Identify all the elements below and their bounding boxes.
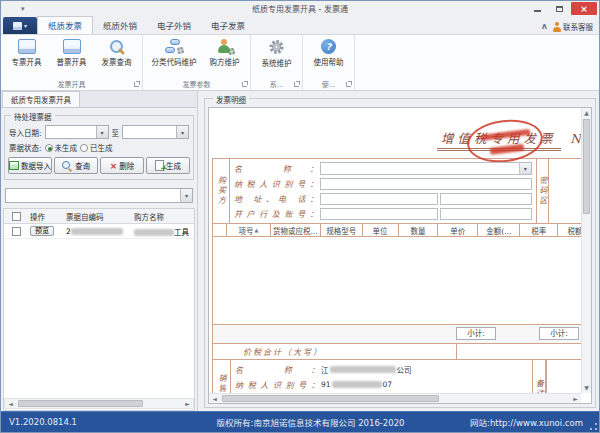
invoice-detail-panel: 发票明细 增值税专用发票 No 购买方 xyxy=(198,91,599,411)
header-tax-rate[interactable]: 税率 xyxy=(520,224,558,236)
row-checkbox[interactable] xyxy=(12,227,21,236)
category-code-maintenance-button[interactable]: 分类代码维护 xyxy=(146,37,202,77)
scrollbar-track[interactable] xyxy=(220,394,570,403)
scroll-left-icon[interactable]: ◄ xyxy=(5,400,16,407)
system-maintenance-button[interactable]: 系统维护 xyxy=(254,37,299,77)
header-action[interactable]: 操作 xyxy=(28,211,64,222)
search-icon xyxy=(62,161,73,171)
scrollbar-thumb[interactable] xyxy=(583,119,590,214)
scrollbar-track[interactable] xyxy=(582,118,591,383)
chevron-down-icon[interactable]: ▾ xyxy=(176,126,188,138)
maximize-button[interactable] xyxy=(549,2,570,15)
website-link[interactable]: 网站:http://www.xunoi.com xyxy=(470,416,599,428)
app-menu-icon xyxy=(13,22,22,30)
radio-not-generated[interactable]: 未生成 xyxy=(45,142,78,153)
header-buyer-name[interactable]: 购方名称 xyxy=(132,211,194,222)
dialog-launcher-icon[interactable] xyxy=(294,82,299,87)
header-amount[interactable]: 金额(... xyxy=(478,224,520,236)
contact-support-button[interactable]: 联系客服 xyxy=(553,21,593,32)
button-label: 普票开具 xyxy=(57,56,87,67)
import-date-from-select[interactable]: ▾ xyxy=(45,125,109,139)
tab-paper-special-invoice-issue[interactable]: 纸质专用发票开具 xyxy=(2,91,80,107)
cell-divider xyxy=(456,344,457,359)
buyer-name-combobox[interactable]: ▾ xyxy=(320,162,532,175)
buyer-address-label: 地 址、电 话： xyxy=(234,193,318,204)
ribbon-collapse-icon[interactable]: ᴧ xyxy=(542,22,547,31)
import-date-to-select[interactable]: ▾ xyxy=(122,125,189,139)
radio-icon xyxy=(80,144,88,152)
left-horizontal-scrollbar[interactable]: ◄ ► xyxy=(4,398,194,409)
items-table-body[interactable] xyxy=(212,237,592,325)
buyer-address-input[interactable] xyxy=(320,193,438,205)
document-icon xyxy=(18,39,36,54)
window-controls: × xyxy=(527,2,597,15)
query-button[interactable]: 查询 xyxy=(54,157,98,174)
scrollbar-track[interactable] xyxy=(16,399,182,408)
button-label: 发票查询 xyxy=(102,56,132,67)
button-label: 分类代码维护 xyxy=(152,56,197,67)
header-item-no[interactable]: 项号▲ xyxy=(227,224,271,236)
buyer-phone-input[interactable] xyxy=(440,193,532,205)
scroll-right-icon[interactable]: ► xyxy=(570,395,581,402)
invoice-query-button[interactable]: 发票查询 xyxy=(94,37,139,77)
chevron-down-icon[interactable]: ▾ xyxy=(180,189,192,202)
buyer-taxid-input[interactable] xyxy=(320,178,532,190)
buyer-account-input[interactable] xyxy=(440,208,532,220)
generate-button[interactable]: + 生成 xyxy=(146,157,190,174)
buyer-suffix: 工具 xyxy=(174,228,189,237)
ribbon-group-help: ? 使用帮助 使... xyxy=(303,35,355,90)
scroll-right-icon[interactable]: ► xyxy=(182,400,193,407)
radio-generated[interactable]: 已生成 xyxy=(80,142,113,153)
invoice-horizontal-scrollbar[interactable]: ◄ ► xyxy=(209,393,581,403)
app-menu-button[interactable]: ▾ xyxy=(3,17,37,34)
data-import-button[interactable]: 数据导入 xyxy=(8,157,52,174)
redacted-text xyxy=(134,229,174,236)
filter-combobox[interactable]: ▾ xyxy=(5,188,193,203)
delete-button[interactable]: × 删除 xyxy=(100,157,144,174)
ribbon-tab-strip: ▾ 纸质发票 纸质外销 电子外销 电子发票 ᴧ 联系客服 xyxy=(1,16,599,34)
tab-electronic-export[interactable]: 电子外销 xyxy=(147,17,201,34)
help-button[interactable]: ? 使用帮助 xyxy=(306,37,351,77)
scroll-up-icon[interactable]: ▲ xyxy=(582,108,591,118)
tickets-table-header: 操作 票据自编码 购方名称 xyxy=(4,209,194,224)
tab-electronic-invoice[interactable]: 电子发票 xyxy=(201,17,255,34)
header-goods[interactable]: 货物或应税... xyxy=(271,224,321,236)
tab-paper-export[interactable]: 纸质外销 xyxy=(93,17,147,34)
close-button[interactable]: × xyxy=(571,2,597,15)
button-label: 使用帮助 xyxy=(314,56,344,67)
button-label: 购方维护 xyxy=(210,56,240,67)
resize-grip[interactable] xyxy=(590,423,597,430)
scrollbar-thumb[interactable] xyxy=(18,400,143,407)
scroll-left-icon[interactable]: ◄ xyxy=(209,395,220,402)
document-icon xyxy=(63,39,81,54)
buyer-bank-input[interactable] xyxy=(320,208,438,220)
dialog-launcher-icon[interactable] xyxy=(346,82,351,87)
scroll-down-icon[interactable]: ▼ xyxy=(582,383,591,393)
header-unit-price[interactable]: 单价 xyxy=(438,224,478,236)
buyer-maintenance-button[interactable]: 购方维护 xyxy=(202,37,247,77)
header-quantity[interactable]: 数量 xyxy=(399,224,439,236)
redacted-text xyxy=(330,366,396,373)
seller-taxid-label: 纳税人识别号： xyxy=(235,379,319,390)
ordinary-invoice-issue-button[interactable]: 普票开具 xyxy=(49,37,94,77)
invoice-preview-viewport[interactable]: 增值税专用发票 No 购买方 名 称： ▾ xyxy=(208,107,592,404)
preview-button[interactable]: 预览 xyxy=(30,226,54,236)
tab-paper-invoice[interactable]: 纸质发票 xyxy=(37,16,93,34)
invoice-vertical-scrollbar[interactable]: ▲ ▼ xyxy=(581,108,591,393)
scrollbar-thumb[interactable] xyxy=(222,395,439,402)
button-label: 生成 xyxy=(166,160,181,171)
special-invoice-issue-button[interactable]: 专票开具 xyxy=(4,37,49,77)
header-spec[interactable]: 规格型号 xyxy=(321,224,363,236)
header-unit[interactable]: 单位 xyxy=(363,224,399,236)
table-row[interactable]: 预览 2 工具 xyxy=(4,224,194,239)
dialog-launcher-icon[interactable] xyxy=(242,82,247,87)
select-all-checkbox[interactable] xyxy=(12,212,21,221)
header-ticket-code[interactable]: 票据自编码 xyxy=(64,211,132,222)
left-tab-strip: 纸质专用发票开具 xyxy=(1,91,197,108)
minimize-button[interactable] xyxy=(527,2,548,15)
buyer-bank-label: 开户行及账号： xyxy=(234,208,318,219)
dialog-launcher-icon[interactable] xyxy=(134,82,139,87)
chevron-down-icon[interactable]: ▾ xyxy=(96,126,108,138)
chevron-down-icon[interactable]: ▾ xyxy=(519,163,531,174)
group-caption: 发票开具 xyxy=(58,79,86,89)
